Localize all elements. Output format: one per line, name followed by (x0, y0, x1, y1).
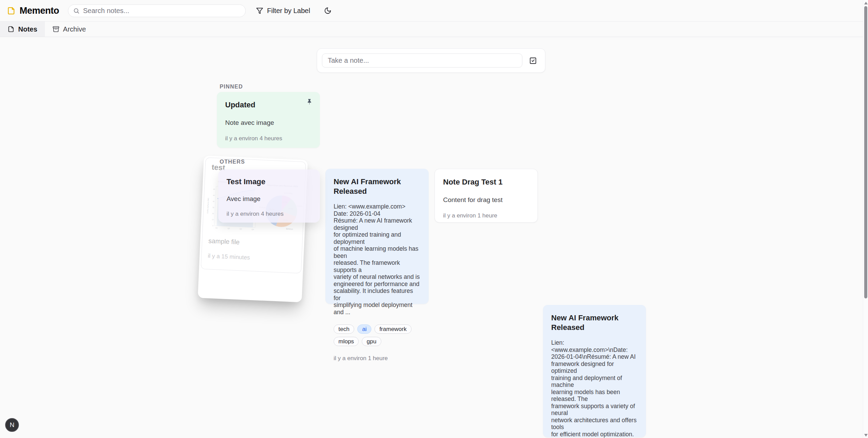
moon-icon (324, 7, 332, 14)
tag-gpu[interactable]: gpu (362, 337, 381, 346)
drag-overlay-card[interactable]: Test Image Avec image il y a environ 4 h… (218, 169, 320, 223)
tag-tech[interactable]: tech (334, 324, 354, 334)
app-header: Memento Search notes... Filter by Label (0, 0, 868, 22)
svg-text:50: 50 (213, 194, 215, 196)
drag-test-note-card[interactable]: Note Drag Test 1 Content for drag test i… (435, 169, 538, 223)
dark-mode-toggle[interactable] (321, 4, 334, 17)
svg-text:Q2: Q2 (228, 228, 230, 229)
take-a-note-input[interactable]: Take a note... (322, 54, 522, 68)
note-file-icon (8, 26, 14, 33)
scrollbar-down-arrow[interactable] (864, 434, 868, 437)
note-content: Lien: <www.example.com> Date: 2026-01-04… (334, 203, 420, 316)
note-logo-icon (7, 7, 15, 15)
svg-text:Q4: Q4 (252, 229, 254, 230)
filter-by-label-button[interactable]: Filter by Label (251, 4, 315, 17)
tag-mlops[interactable]: mlops (334, 337, 359, 346)
user-avatar[interactable]: N (5, 418, 19, 432)
ai-framework-note-card[interactable]: New AI Framework Released Lien: <www.exa… (325, 169, 429, 304)
pin-icon[interactable] (306, 98, 313, 105)
svg-text:10: 10 (212, 219, 214, 221)
search-input[interactable]: Search notes... (68, 4, 246, 17)
note-title: New AI Framework Released (334, 177, 420, 196)
scrollbar-thumb[interactable] (864, 6, 867, 298)
tag-ai[interactable]: ai (357, 324, 371, 334)
ai-framework-note-card-copy[interactable]: New AI Framework Released Lien: <www.exa… (543, 305, 646, 437)
app-logo: Memento (7, 5, 59, 16)
pinned-section-label: PINNED (220, 84, 243, 90)
scrollbar-up-arrow[interactable] (864, 2, 868, 4)
note-timestamp: il y a 15 minutes (208, 252, 296, 263)
tag-framework[interactable]: framework (374, 324, 411, 334)
svg-text:30: 30 (212, 206, 215, 208)
note-timestamp: il y a environ 1 heure (334, 355, 420, 362)
filter-icon (256, 7, 263, 14)
svg-text:Chiffre d'affaires (M€): Chiffre d'affaires (M€) (207, 198, 209, 214)
svg-text:Q3: Q3 (240, 228, 242, 230)
note-content: Avec image (227, 195, 312, 203)
note-content: sample file (208, 237, 296, 249)
svg-text:Services: Services (286, 228, 293, 230)
tab-archive-label: Archive (63, 25, 86, 33)
search-icon (73, 8, 80, 14)
svg-text:Q1: Q1 (216, 227, 218, 229)
svg-text:60: 60 (213, 188, 215, 190)
search-placeholder: Search notes... (83, 7, 129, 15)
tab-archive[interactable]: Archive (45, 22, 94, 37)
app-title: Memento (20, 5, 59, 16)
filter-label: Filter by Label (267, 7, 310, 15)
others-section-label: OTHERS (220, 159, 245, 165)
note-timestamp: il y a environ 4 heures (225, 135, 312, 142)
tag-row: techaiframeworkmlopsgpu (334, 324, 420, 346)
svg-text:20: 20 (212, 213, 214, 214)
composer-placeholder: Take a note... (328, 57, 369, 64)
pinned-note-card[interactable]: Updated Note avec image il y a environ 4… (217, 92, 320, 148)
note-title: Test Image (227, 177, 312, 187)
check-square-icon (529, 57, 537, 64)
avatar-initial: N (10, 421, 14, 429)
vertical-scrollbar[interactable] (863, 0, 868, 438)
note-title: Note Drag Test 1 (443, 177, 529, 187)
note-content: Lien: <www.example.com>\nDate: 2026-01-0… (551, 339, 638, 438)
note-composer: Take a note... (317, 48, 545, 73)
checklist-toggle-button[interactable] (527, 55, 539, 67)
note-title: New AI Framework Released (551, 313, 638, 332)
tab-notes-label: Notes (18, 25, 37, 33)
note-content: Content for drag test (443, 196, 529, 204)
svg-text:40: 40 (213, 201, 215, 202)
tab-bar: Notes Archive (0, 22, 868, 37)
note-title: Updated (225, 100, 312, 110)
archive-icon (53, 26, 59, 33)
svg-text:0: 0 (212, 225, 213, 227)
note-content: Note avec image (225, 119, 312, 127)
tab-notes[interactable]: Notes (0, 22, 45, 37)
note-timestamp: il y a environ 1 heure (443, 212, 529, 219)
note-timestamp: il y a environ 4 heures (227, 211, 312, 217)
